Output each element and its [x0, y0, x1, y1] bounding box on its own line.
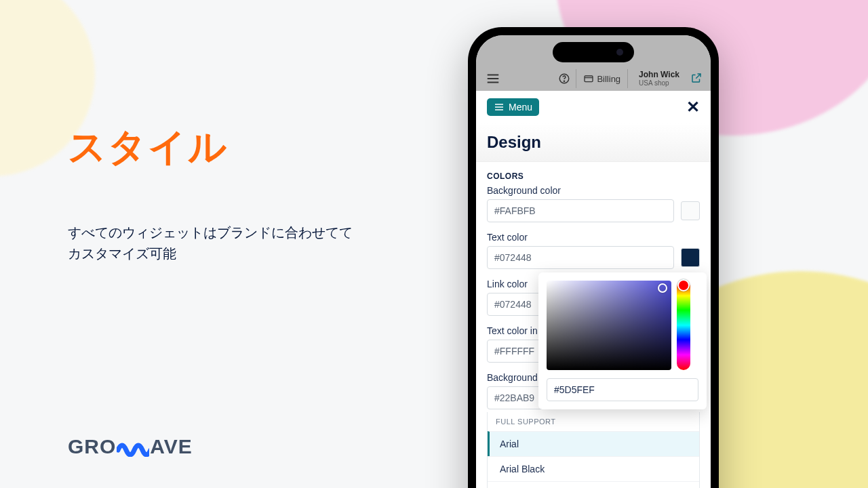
- page-subtitle: すべてのウィジェットはブランドに合わせててカスタマイズ可能: [68, 222, 353, 264]
- field-label: Text color: [487, 232, 700, 243]
- text-color-swatch[interactable]: [681, 248, 700, 267]
- font-option[interactable]: Arial Black: [488, 456, 699, 481]
- user-shop: USA shop: [639, 79, 679, 87]
- help-icon[interactable]: [558, 73, 570, 85]
- hamburger-icon[interactable]: [486, 71, 500, 86]
- background-color-input[interactable]: [487, 199, 674, 222]
- color-picker-hex-input[interactable]: [547, 378, 698, 401]
- wave-icon: [117, 435, 149, 458]
- sv-knob[interactable]: [658, 283, 667, 293]
- menu-row: Menu ✕: [476, 91, 711, 123]
- growave-logo: GRO AVE: [68, 435, 193, 458]
- design-heading: Design: [476, 123, 711, 162]
- logo-suffix: AVE: [150, 435, 192, 458]
- left-column: スタイル すべてのウィジェットはブランドに合わせててカスタマイズ可能: [68, 122, 353, 264]
- billing-label: Billing: [597, 74, 620, 84]
- logo-prefix: GRO: [68, 435, 116, 458]
- billing-link[interactable]: Billing: [576, 69, 628, 88]
- text-color-input[interactable]: [487, 246, 674, 269]
- close-icon[interactable]: ✕: [686, 98, 700, 117]
- menu-button[interactable]: Menu: [487, 98, 539, 116]
- color-picker-popover: [538, 272, 707, 409]
- background-color-swatch[interactable]: [681, 201, 700, 220]
- svg-rect-5: [585, 76, 593, 82]
- colors-section-label: COLORS: [487, 171, 700, 181]
- saturation-value-panel[interactable]: [547, 281, 671, 370]
- phone-frame: Billing John Wick USA shop Menu ✕ Design…: [468, 27, 719, 488]
- hue-slider[interactable]: [677, 281, 690, 370]
- svg-point-4: [564, 81, 565, 81]
- font-option[interactable]: Georgia: [488, 481, 699, 488]
- field-text-color: Text color: [487, 232, 700, 269]
- page-title: スタイル: [68, 122, 353, 174]
- user-name: John Wick: [639, 70, 679, 79]
- menu-button-label: Menu: [509, 102, 532, 113]
- user-block[interactable]: John Wick USA shop: [633, 70, 685, 87]
- font-option[interactable]: Arial: [488, 431, 699, 456]
- phone-screen: Billing John Wick USA shop Menu ✕ Design…: [476, 35, 711, 488]
- field-label: Background color: [487, 185, 700, 196]
- external-link-icon[interactable]: [690, 72, 703, 86]
- field-background-color: Background color: [487, 185, 700, 222]
- font-list-header: FULL SUPPORT: [488, 412, 699, 431]
- hue-knob[interactable]: [677, 279, 690, 291]
- font-list: FULL SUPPORT Arial Arial Black Georgia: [487, 412, 700, 488]
- phone-notch: [553, 42, 634, 62]
